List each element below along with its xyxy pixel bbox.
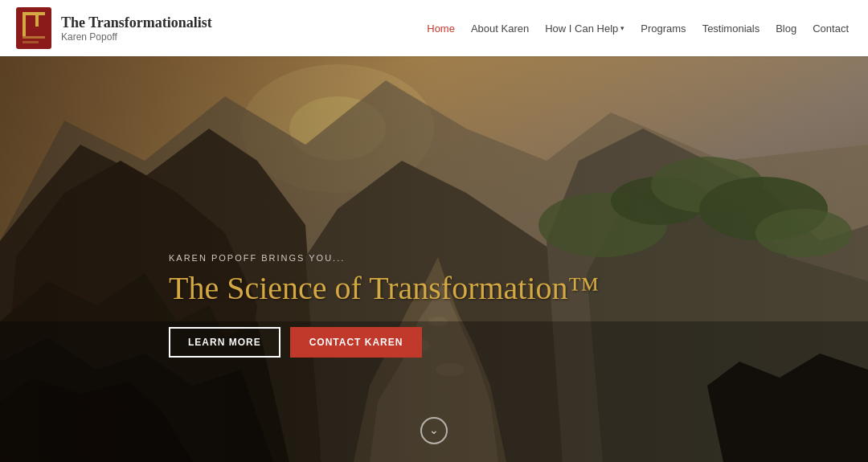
chevron-down-icon: ⌄ — [429, 425, 439, 436]
learn-more-button[interactable]: LEARN MORE — [169, 327, 280, 358]
nav-dropdown-how: How I Can Help ▾ — [545, 22, 624, 35]
hero-eyebrow: KAREN POPOFF BRINGS YOU... — [169, 253, 600, 263]
nav-contact[interactable]: Contact — [813, 22, 849, 35]
nav-how-i-can-help[interactable]: How I Can Help ▾ — [545, 22, 624, 35]
header: The Transformationalist Karen Popoff Hom… — [0, 0, 868, 56]
nav-testimonials[interactable]: Testimonials — [702, 22, 760, 35]
nav-about[interactable]: About Karen — [471, 22, 529, 35]
logo-text: The Transformationalist Karen Popoff — [61, 14, 212, 43]
hero-title: The Science of Transformation™ — [169, 269, 600, 308]
main-nav: Home About Karen How I Can Help ▾ Progra… — [427, 22, 849, 35]
svg-rect-28 — [23, 12, 26, 36]
nav-programs[interactable]: Programs — [641, 22, 686, 35]
svg-rect-31 — [23, 36, 45, 39]
nav-home[interactable]: Home — [427, 22, 455, 35]
hero-section — [0, 0, 868, 462]
svg-rect-30 — [35, 15, 39, 27]
site-name: The Transformationalist — [61, 14, 212, 31]
logo-area[interactable]: The Transformationalist Karen Popoff — [16, 7, 212, 49]
contact-karen-button[interactable]: CONTACT KAREN — [290, 327, 423, 358]
hero-buttons: LEARN MORE CONTACT KAREN — [169, 327, 600, 358]
chevron-down-icon: ▾ — [620, 24, 624, 32]
scroll-down-button[interactable]: ⌄ — [420, 417, 448, 444]
logo-icon — [16, 7, 51, 49]
hero-content: KAREN POPOFF BRINGS YOU... The Science o… — [169, 253, 600, 358]
nav-blog[interactable]: Blog — [776, 22, 796, 35]
svg-rect-29 — [23, 12, 45, 15]
site-subtitle: Karen Popoff — [61, 31, 212, 43]
svg-rect-32 — [23, 41, 39, 43]
